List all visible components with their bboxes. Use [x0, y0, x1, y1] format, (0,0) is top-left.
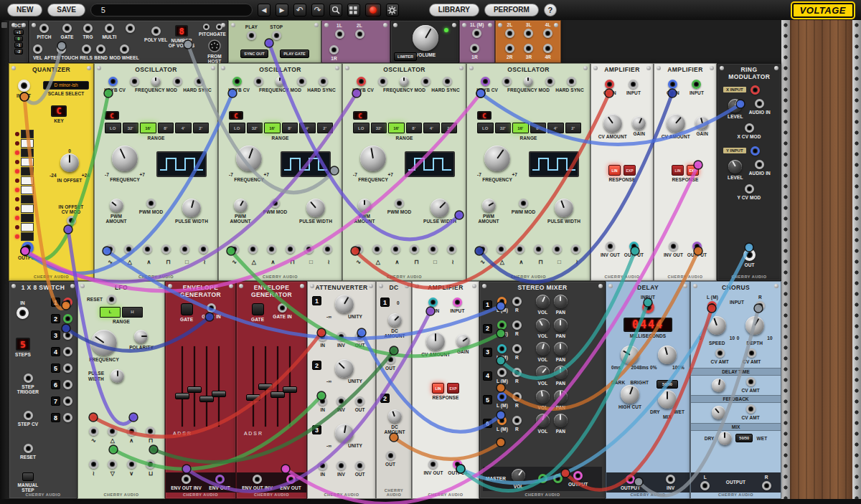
gate-button[interactable] [252, 303, 264, 315]
pulse-width-knob[interactable] [110, 369, 124, 383]
key-toggle[interactable] [21, 223, 34, 232]
out-2r-jack[interactable] [505, 44, 514, 53]
rack-rail-right[interactable] [852, 20, 861, 504]
gain-knob[interactable] [632, 116, 646, 130]
step-jack-8[interactable] [63, 413, 72, 422]
response-lin-button[interactable]: LIN [608, 165, 621, 176]
freq-mod-jack-1[interactable] [254, 77, 263, 86]
out-3r-jack[interactable] [524, 44, 533, 53]
cv-amount-knob[interactable] [667, 114, 685, 133]
sustain-slider[interactable] [274, 346, 281, 427]
play-jack[interactable] [247, 31, 256, 40]
key-toggle[interactable] [21, 195, 34, 204]
attenuverter-knob-1[interactable] [335, 295, 354, 313]
switch-in-jack[interactable] [17, 307, 29, 319]
help-button[interactable]: ? [544, 4, 557, 16]
inv-jack-3[interactable] [337, 461, 346, 470]
range-lo-button[interactable]: LO [353, 123, 370, 133]
keyb-cv-jack[interactable] [357, 77, 366, 86]
gate-in-jack[interactable] [207, 303, 216, 313]
inv-square-out-jack[interactable] [146, 460, 155, 469]
fifty-fifty-button[interactable]: 50/50 [657, 380, 678, 389]
key-toggle[interactable] [21, 232, 34, 241]
in-jack-2[interactable] [318, 396, 327, 406]
response-lin-button[interactable]: LIN [432, 383, 444, 394]
key-toggle[interactable] [21, 158, 34, 166]
decay-slider[interactable] [262, 346, 269, 427]
quantizer-output-jack[interactable] [22, 242, 34, 254]
host-gate-jack[interactable] [216, 24, 222, 30]
rack-rail-left[interactable] [781, 20, 790, 504]
inv-jack-2[interactable] [337, 396, 346, 406]
ramp-out-jack[interactable] [127, 427, 136, 436]
triangle-out-jack[interactable] [248, 244, 258, 254]
inv-jack-1[interactable] [337, 332, 346, 341]
chorus-input-r-jack[interactable] [756, 301, 765, 310]
noise-out-jack[interactable] [323, 244, 332, 254]
pulse-out-jack[interactable] [304, 244, 314, 254]
freq-mod-jack-2[interactable] [173, 77, 182, 86]
decay-slider[interactable] [191, 346, 198, 427]
master-vol-knob[interactable] [512, 469, 525, 482]
response-exp-button[interactable]: EXP [447, 383, 459, 394]
oct-minus1-button[interactable]: -1 [14, 42, 24, 48]
reset-jack[interactable] [107, 295, 116, 304]
range-8-button[interactable]: 8' [282, 123, 298, 133]
range-32-button[interactable]: 32' [247, 123, 263, 133]
depth-knob[interactable] [745, 316, 764, 335]
bus-2l-jack[interactable] [355, 29, 364, 39]
pwm-amount-knob[interactable] [482, 199, 496, 212]
gate-in-jack[interactable] [278, 303, 287, 313]
step-trigger-jack[interactable] [24, 374, 33, 383]
freq-mod-amount-knob[interactable] [524, 77, 533, 86]
save-button[interactable]: SAVE [47, 4, 85, 16]
range-4-button[interactable]: 4' [175, 123, 192, 133]
y-cv-mod-jack[interactable] [745, 184, 754, 194]
range-16-button[interactable]: 16' [512, 123, 529, 133]
master-out-l-jack[interactable] [538, 474, 547, 483]
env-out-jack[interactable] [215, 475, 225, 484]
channel-r-jack[interactable] [512, 297, 522, 306]
input-jack[interactable] [629, 80, 638, 89]
inv-out-jack[interactable] [428, 460, 438, 469]
square-out-jack[interactable] [161, 244, 171, 254]
channel-vol-knob[interactable] [536, 318, 550, 332]
cv-amount-knob[interactable] [603, 114, 622, 133]
range-4-button[interactable]: 4' [423, 123, 440, 133]
sine-out-jack[interactable] [478, 244, 487, 254]
channel-pan-knob[interactable] [554, 390, 568, 404]
main-1r-jack[interactable] [470, 44, 479, 53]
sine-out-jack[interactable] [105, 244, 115, 254]
input-jack[interactable] [453, 298, 462, 307]
range-4-button[interactable]: 4' [547, 123, 564, 133]
frequency-knob[interactable] [484, 146, 510, 171]
env-out-inv-jack[interactable] [253, 475, 262, 484]
noise-out-jack[interactable] [447, 244, 456, 254]
delay-output-jack[interactable] [626, 475, 635, 484]
range-16-button[interactable]: 16' [264, 123, 281, 133]
step-jack-6[interactable] [63, 380, 72, 389]
step-jack-2[interactable] [63, 314, 72, 323]
range-low-button[interactable]: L [100, 307, 121, 318]
trg-jack[interactable] [83, 24, 93, 33]
step-jack-3[interactable] [63, 331, 72, 340]
in-jack-1[interactable] [318, 332, 327, 341]
pwm-amount-knob[interactable] [358, 199, 372, 212]
key-label[interactable]: KEY [54, 118, 64, 123]
range-8-button[interactable]: 8' [406, 123, 423, 133]
freq-mod-amount-knob[interactable] [151, 77, 161, 86]
in-offset-knob[interactable] [60, 153, 79, 172]
frequency-knob[interactable] [236, 146, 262, 171]
hard-sync-jack[interactable] [194, 77, 204, 86]
step-jack-1[interactable] [63, 298, 72, 307]
pwm-mod-jack[interactable] [519, 199, 528, 208]
pwm-mod-jack[interactable] [270, 199, 280, 208]
range-high-button[interactable]: H [122, 307, 143, 318]
range-32-button[interactable]: 32' [495, 123, 512, 133]
fifty-fifty-button[interactable]: 50/50 [735, 434, 753, 442]
triangle-out-jack[interactable] [124, 244, 133, 254]
keyb-cv-jack[interactable] [232, 77, 242, 86]
channel-pan-knob[interactable] [554, 295, 568, 308]
undo-button[interactable]: ↶ [293, 4, 306, 16]
square-out-jack[interactable] [410, 244, 419, 254]
